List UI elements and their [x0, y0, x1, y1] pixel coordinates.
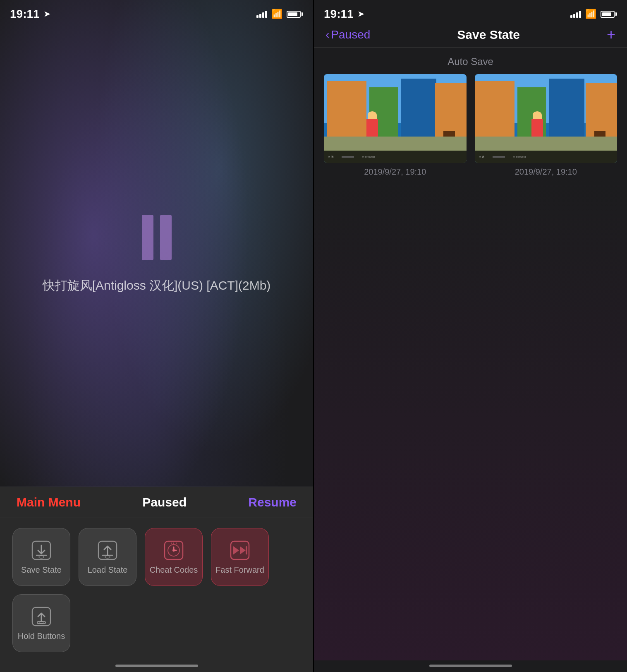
- load-state-button[interactable]: Load State: [79, 528, 136, 586]
- svg-point-3: [105, 556, 110, 558]
- right-time-display: 19:11: [324, 7, 354, 21]
- nav-bar: ‹ Paused Save State +: [314, 22, 627, 48]
- location-arrow-icon: ➤: [44, 10, 50, 19]
- right-battery-icon: [601, 11, 617, 18]
- right-time: 19:11 ➤: [324, 7, 364, 21]
- add-save-button[interactable]: +: [607, 27, 615, 42]
- left-time: 19:11 ➤: [10, 7, 50, 21]
- screenshot-img-2: 松 人 生命×5: [475, 74, 617, 163]
- right-panel: 19:11 ➤ 📶 ‹ Paused Save State: [314, 0, 627, 672]
- save-state-label: Save State: [21, 565, 62, 575]
- left-status-bar: 19:11 ➤ 📶: [0, 0, 313, 22]
- fast-forward-button[interactable]: Fast Forward: [211, 528, 269, 586]
- right-status-icons: 📶: [570, 9, 617, 19]
- nav-back-button[interactable]: ‹ Paused: [325, 28, 370, 41]
- wifi-icon: 📶: [271, 9, 282, 19]
- hold-buttons-button[interactable]: Hold Buttons: [12, 594, 70, 652]
- fast-forward-label: Fast Forward: [215, 565, 264, 575]
- paused-label: Paused: [142, 495, 187, 509]
- right-wifi-icon: 📶: [585, 9, 596, 19]
- time-display: 19:11: [10, 7, 40, 21]
- cheat-codes-icon: [163, 540, 184, 561]
- pause-icon: [142, 215, 172, 260]
- auto-save-header: Auto Save: [314, 48, 627, 74]
- right-signal-icon: [570, 11, 581, 18]
- svg-rect-10: [37, 622, 45, 624]
- cheat-codes-label: Cheat Codes: [150, 565, 198, 575]
- battery-icon: [287, 11, 303, 18]
- left-home-indicator: [115, 665, 198, 667]
- right-status-bar: 19:11 ➤ 📶: [314, 0, 627, 22]
- screenshot-img-1: 松 人 生命×5: [324, 74, 467, 163]
- screenshot-date-1: 2019/9/27, 19:10: [364, 167, 426, 177]
- pause-bar-row: Main Menu Paused Resume: [0, 487, 313, 518]
- main-menu-button[interactable]: Main Menu: [17, 495, 81, 509]
- right-location-arrow-icon: ➤: [358, 10, 364, 19]
- screenshot-date-2: 2019/9/27, 19:10: [515, 167, 577, 177]
- load-state-label: Load State: [88, 565, 128, 575]
- screenshot-item-1[interactable]: 松 人 生命×5: [324, 74, 467, 177]
- hold-buttons-icon: [31, 606, 52, 627]
- chevron-left-icon: ‹: [325, 28, 329, 41]
- game-content: 快打旋风[Antigloss 汉化](US) [ACT](2Mb): [0, 22, 313, 487]
- svg-rect-8: [246, 546, 247, 554]
- cheat-codes-button[interactable]: Cheat Codes: [145, 528, 203, 586]
- hold-buttons-label: Hold Buttons: [18, 631, 65, 641]
- nav-title: Save State: [457, 28, 520, 42]
- right-filler: [314, 177, 627, 660]
- back-label: Paused: [331, 28, 370, 41]
- left-status-icons: 📶: [256, 9, 303, 19]
- left-bottom-controls: Main Menu Paused Resume Save State: [0, 487, 313, 672]
- resume-button[interactable]: Resume: [248, 495, 297, 509]
- left-panel: 19:11 ➤ 📶 快打旋风[Antigloss 汉化](US): [0, 0, 313, 672]
- save-state-button[interactable]: Save State: [12, 528, 70, 586]
- screenshots-row: 松 人 生命×5: [314, 74, 627, 177]
- screenshot-item-2[interactable]: 松 人 生命×5: [475, 74, 617, 177]
- action-buttons-grid: Save State Load State: [0, 518, 313, 660]
- load-state-icon: [97, 540, 118, 561]
- svg-point-1: [39, 556, 44, 558]
- fast-forward-icon: [229, 540, 251, 561]
- signal-icon: [256, 11, 267, 18]
- right-home-indicator: [429, 665, 512, 667]
- save-state-icon: [31, 540, 52, 561]
- game-title: 快打旋风[Antigloss 汉化](US) [ACT](2Mb): [18, 277, 296, 294]
- svg-point-6: [172, 549, 175, 552]
